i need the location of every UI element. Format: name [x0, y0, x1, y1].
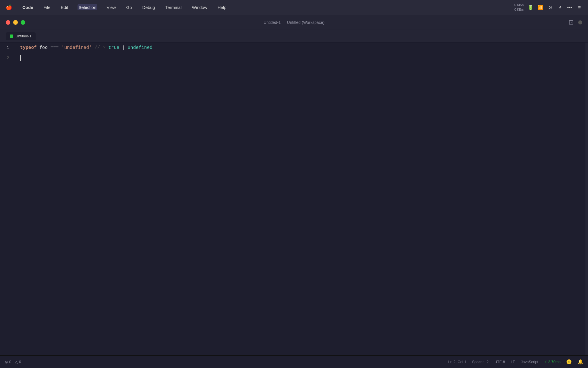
menu-selection[interactable]: Selection — [78, 4, 98, 10]
editor-container: 1 2 typeof foo === 'undefined' // ? true… — [0, 43, 588, 355]
cursor-position[interactable]: Ln 2, Col 1 — [448, 360, 466, 364]
window-titlebar: Untitled-1 — Untitled (Workspace) ⊡ — [0, 15, 588, 30]
language-mode[interactable]: JavaScript — [521, 360, 538, 364]
error-icon: ⊗ — [5, 360, 8, 364]
vertical-scrollbar[interactable] — [585, 43, 588, 355]
menu-help[interactable]: Help — [216, 4, 228, 10]
code-line-1: typeof foo === 'undefined' // ? true | u… — [20, 43, 585, 53]
line-numbers-gutter: 1 2 — [0, 43, 17, 355]
line-number-1: 1 — [0, 43, 13, 53]
menu-bar: 🍎 Code File Edit Selection View Go Debug… — [0, 0, 588, 15]
status-bar: ⊗ 0 △ 0 Ln 2, Col 1 Spaces: 2 UTF-8 LF J… — [0, 355, 588, 368]
menu-terminal[interactable]: Terminal — [164, 4, 183, 10]
close-button[interactable] — [6, 20, 10, 25]
notification-icon[interactable]: 🔔 — [578, 359, 583, 365]
error-count[interactable]: ⊗ 0 — [5, 360, 11, 364]
traffic-lights — [6, 20, 25, 25]
encoding[interactable]: UTF-8 — [494, 360, 505, 364]
window-title: Untitled-1 — Untitled (Workspace) — [264, 20, 324, 25]
menu-window[interactable]: Window — [191, 4, 208, 10]
split-editor-icon[interactable]: ⊡ — [568, 19, 574, 26]
apple-logo-icon[interactable]: 🍎 — [6, 4, 12, 11]
tab-label: Untitled-1 — [16, 34, 32, 38]
comment-question: // ? — [92, 45, 106, 50]
status-right: Ln 2, Col 1 Spaces: 2 UTF-8 LF JavaScrip… — [448, 359, 583, 365]
code-editor[interactable]: typeof foo === 'undefined' // ? true | u… — [17, 43, 585, 355]
warning-number: 0 — [19, 360, 21, 364]
minimize-button[interactable] — [13, 20, 18, 25]
string-undefined: 'undefined' — [59, 45, 92, 50]
menu-debug[interactable]: Debug — [141, 4, 156, 10]
more-icon: ••• — [567, 5, 572, 10]
timing-info[interactable]: ✓ 2.70ms — [544, 360, 560, 364]
status-left: ⊗ 0 △ 0 — [5, 360, 21, 364]
menu-go[interactable]: Go — [125, 4, 133, 10]
dirty-indicator — [578, 20, 582, 24]
line-number-2: 2 — [0, 53, 13, 63]
window-right-controls: ⊡ — [568, 19, 582, 26]
keyword-true: true — [106, 45, 119, 50]
editor-tab[interactable]: Untitled-1 — [6, 32, 36, 40]
menu-view[interactable]: View — [105, 4, 117, 10]
indent-size[interactable]: Spaces: 2 — [472, 360, 489, 364]
tab-active-indicator — [10, 34, 13, 38]
wifi-icon: 📶 — [537, 5, 543, 10]
menu-code[interactable]: Code — [21, 4, 34, 10]
finder-icon: 🖥 — [557, 5, 563, 10]
menu-edit[interactable]: Edit — [60, 4, 69, 10]
error-number: 0 — [9, 360, 11, 364]
warning-count[interactable]: △ 0 — [15, 360, 21, 364]
keyword-undefined: undefined — [125, 45, 152, 50]
warning-icon: △ — [15, 360, 18, 364]
list-icon: ≡ — [577, 5, 582, 10]
tab-bar: Untitled-1 — [0, 30, 588, 43]
pipe-operator: | — [119, 45, 125, 50]
code-line-2 — [20, 53, 585, 63]
smiley-icon[interactable]: 🙂 — [566, 359, 572, 365]
cursor — [20, 55, 21, 61]
menu-file[interactable]: File — [42, 4, 52, 10]
maximize-button[interactable] — [21, 20, 25, 25]
eol-type[interactable]: LF — [511, 360, 515, 364]
keyword-typeof: typeof — [20, 45, 37, 50]
battery-icon: 🔋 — [528, 5, 533, 10]
variable-foo: foo — [37, 45, 51, 50]
operator-eq: === — [51, 45, 59, 50]
network-info: 0 KB/s 0 KB/s — [514, 3, 524, 12]
control-center-icon: ⊙ — [547, 5, 553, 10]
